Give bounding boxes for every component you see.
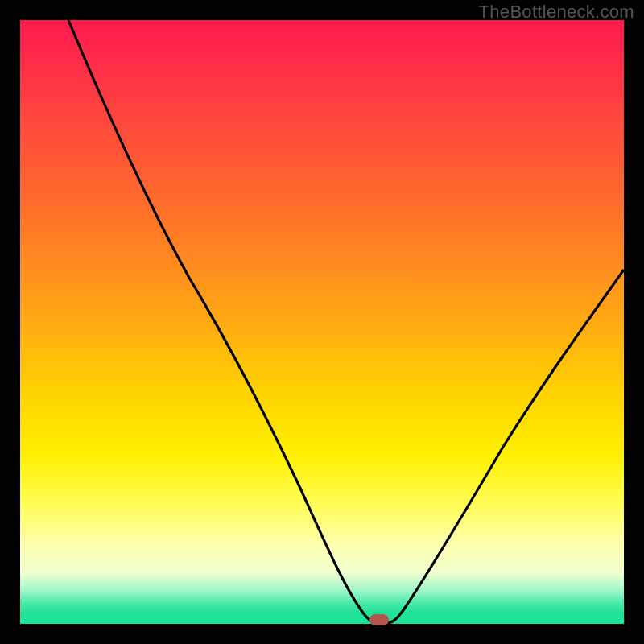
bottleneck-curve-path [68,20,624,623]
chart-frame: TheBottleneck.com [0,0,644,644]
curve-layer [20,20,624,624]
watermark-text: TheBottleneck.com [479,2,634,23]
optimal-marker [369,614,389,625]
